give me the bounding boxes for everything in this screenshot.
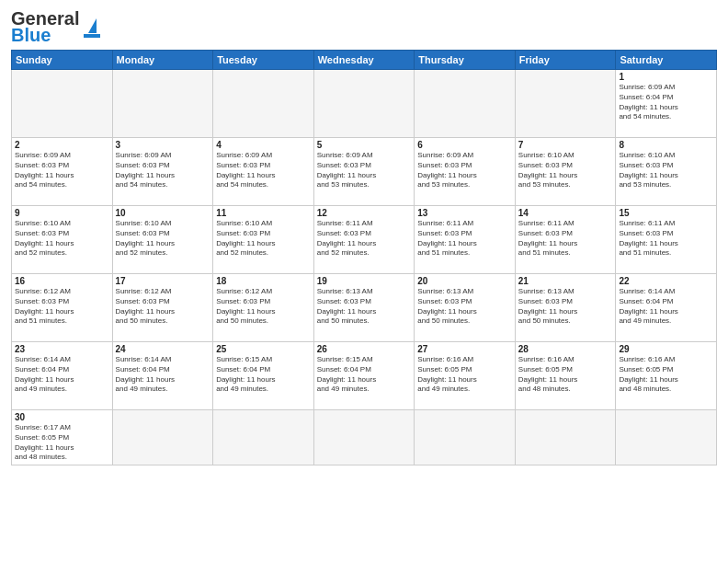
day-number: 27 [417, 344, 512, 354]
day-number: 4 [216, 140, 311, 150]
day-cell: 16Sunrise: 6:12 AM Sunset: 6:03 PM Dayli… [12, 274, 113, 342]
day-info: Sunrise: 6:15 AM Sunset: 6:04 PM Dayligh… [317, 355, 412, 395]
day-info: Sunrise: 6:10 AM Sunset: 6:03 PM Dayligh… [15, 219, 109, 259]
day-info: Sunrise: 6:17 AM Sunset: 6:05 PM Dayligh… [15, 423, 109, 463]
day-number: 21 [518, 276, 613, 286]
day-info: Sunrise: 6:09 AM Sunset: 6:03 PM Dayligh… [15, 151, 109, 190]
day-info: Sunrise: 6:10 AM Sunset: 6:03 PM Dayligh… [619, 151, 713, 190]
day-info: Sunrise: 6:09 AM Sunset: 6:04 PM Dayligh… [619, 83, 713, 122]
week-row-2: 2Sunrise: 6:09 AM Sunset: 6:03 PM Daylig… [12, 138, 717, 206]
day-cell: 7Sunrise: 6:10 AM Sunset: 6:03 PM Daylig… [515, 138, 616, 206]
week-row-4: 16Sunrise: 6:12 AM Sunset: 6:03 PM Dayli… [12, 274, 717, 342]
weekday-header-friday: Friday [515, 51, 616, 70]
day-number: 17 [116, 276, 210, 286]
day-info: Sunrise: 6:12 AM Sunset: 6:03 PM Dayligh… [15, 287, 109, 327]
day-number: 15 [619, 208, 713, 218]
day-cell [112, 410, 213, 465]
day-info: Sunrise: 6:10 AM Sunset: 6:03 PM Dayligh… [518, 151, 613, 190]
day-cell: 17Sunrise: 6:12 AM Sunset: 6:03 PM Dayli… [112, 274, 213, 342]
day-info: Sunrise: 6:11 AM Sunset: 6:03 PM Dayligh… [417, 219, 512, 259]
weekday-header-sunday: Sunday [12, 51, 113, 70]
day-info: Sunrise: 6:14 AM Sunset: 6:04 PM Dayligh… [619, 287, 713, 327]
day-cell: 9Sunrise: 6:10 AM Sunset: 6:03 PM Daylig… [12, 206, 113, 274]
day-cell: 18Sunrise: 6:12 AM Sunset: 6:03 PM Dayli… [213, 274, 314, 342]
day-number: 14 [518, 208, 613, 218]
day-cell: 24Sunrise: 6:14 AM Sunset: 6:04 PM Dayli… [112, 342, 213, 410]
day-number: 10 [116, 208, 210, 218]
day-cell: 13Sunrise: 6:11 AM Sunset: 6:03 PM Dayli… [415, 206, 516, 274]
day-number: 11 [216, 208, 311, 218]
logo-icon: General Blue [11, 9, 100, 44]
day-info: Sunrise: 6:11 AM Sunset: 6:03 PM Dayligh… [317, 219, 412, 259]
day-cell: 22Sunrise: 6:14 AM Sunset: 6:04 PM Dayli… [616, 274, 717, 342]
day-info: Sunrise: 6:13 AM Sunset: 6:03 PM Dayligh… [518, 287, 613, 327]
week-row-5: 23Sunrise: 6:14 AM Sunset: 6:04 PM Dayli… [12, 342, 717, 410]
weekday-header-wednesday: Wednesday [313, 51, 415, 70]
day-number: 5 [317, 140, 412, 150]
day-cell: 28Sunrise: 6:16 AM Sunset: 6:05 PM Dayli… [515, 342, 616, 410]
day-cell: 1Sunrise: 6:09 AM Sunset: 6:04 PM Daylig… [616, 70, 717, 138]
day-cell: 29Sunrise: 6:16 AM Sunset: 6:05 PM Dayli… [616, 342, 717, 410]
day-cell [313, 410, 415, 465]
day-cell: 27Sunrise: 6:16 AM Sunset: 6:05 PM Dayli… [415, 342, 516, 410]
week-row-1: 1Sunrise: 6:09 AM Sunset: 6:04 PM Daylig… [12, 70, 717, 138]
day-info: Sunrise: 6:11 AM Sunset: 6:03 PM Dayligh… [518, 219, 613, 259]
day-cell [12, 70, 113, 138]
day-info: Sunrise: 6:12 AM Sunset: 6:03 PM Dayligh… [216, 287, 311, 327]
day-cell [616, 410, 717, 465]
week-row-6: 30Sunrise: 6:17 AM Sunset: 6:05 PM Dayli… [12, 410, 717, 465]
day-number: 26 [317, 344, 412, 354]
day-number: 9 [15, 208, 109, 218]
day-info: Sunrise: 6:14 AM Sunset: 6:04 PM Dayligh… [15, 355, 109, 395]
day-info: Sunrise: 6:10 AM Sunset: 6:03 PM Dayligh… [116, 219, 210, 259]
day-number: 25 [216, 344, 311, 354]
day-cell: 11Sunrise: 6:10 AM Sunset: 6:03 PM Dayli… [213, 206, 314, 274]
day-number: 29 [619, 344, 713, 354]
day-number: 28 [518, 344, 613, 354]
day-number: 30 [15, 412, 109, 422]
week-row-3: 9Sunrise: 6:10 AM Sunset: 6:03 PM Daylig… [12, 206, 717, 274]
day-info: Sunrise: 6:13 AM Sunset: 6:03 PM Dayligh… [317, 287, 412, 327]
day-cell: 30Sunrise: 6:17 AM Sunset: 6:05 PM Dayli… [12, 410, 113, 465]
day-cell: 21Sunrise: 6:13 AM Sunset: 6:03 PM Dayli… [515, 274, 616, 342]
day-cell: 3Sunrise: 6:09 AM Sunset: 6:03 PM Daylig… [112, 138, 213, 206]
day-number: 19 [317, 276, 412, 286]
day-info: Sunrise: 6:14 AM Sunset: 6:04 PM Dayligh… [116, 355, 210, 395]
logo: General Blue [11, 9, 100, 44]
day-cell: 12Sunrise: 6:11 AM Sunset: 6:03 PM Dayli… [313, 206, 415, 274]
day-cell [515, 70, 616, 138]
day-cell: 5Sunrise: 6:09 AM Sunset: 6:03 PM Daylig… [313, 138, 415, 206]
day-cell: 25Sunrise: 6:15 AM Sunset: 6:04 PM Dayli… [213, 342, 314, 410]
day-number: 7 [518, 140, 613, 150]
page: General Blue SundayMondayTuesdayWednesda… [0, 0, 728, 563]
day-number: 18 [216, 276, 311, 286]
day-info: Sunrise: 6:13 AM Sunset: 6:03 PM Dayligh… [417, 287, 512, 327]
weekday-header-row: SundayMondayTuesdayWednesdayThursdayFrid… [12, 51, 717, 70]
day-number: 2 [15, 140, 109, 150]
day-cell [213, 70, 314, 138]
day-info: Sunrise: 6:11 AM Sunset: 6:03 PM Dayligh… [619, 219, 713, 259]
day-number: 16 [15, 276, 109, 286]
day-number: 13 [417, 208, 512, 218]
day-cell: 26Sunrise: 6:15 AM Sunset: 6:04 PM Dayli… [313, 342, 415, 410]
day-number: 12 [317, 208, 412, 218]
logo-blue: Blue [11, 26, 51, 44]
day-cell: 15Sunrise: 6:11 AM Sunset: 6:03 PM Dayli… [616, 206, 717, 274]
day-cell [213, 410, 314, 465]
day-info: Sunrise: 6:16 AM Sunset: 6:05 PM Dayligh… [417, 355, 512, 395]
day-info: Sunrise: 6:09 AM Sunset: 6:03 PM Dayligh… [116, 151, 210, 190]
day-cell: 23Sunrise: 6:14 AM Sunset: 6:04 PM Dayli… [12, 342, 113, 410]
day-cell [415, 410, 516, 465]
day-number: 23 [15, 344, 109, 354]
day-cell: 19Sunrise: 6:13 AM Sunset: 6:03 PM Dayli… [313, 274, 415, 342]
day-cell: 8Sunrise: 6:10 AM Sunset: 6:03 PM Daylig… [616, 138, 717, 206]
header: General Blue [11, 9, 717, 44]
weekday-header-saturday: Saturday [616, 51, 717, 70]
day-info: Sunrise: 6:09 AM Sunset: 6:03 PM Dayligh… [317, 151, 412, 190]
day-number: 6 [417, 140, 512, 150]
day-info: Sunrise: 6:10 AM Sunset: 6:03 PM Dayligh… [216, 219, 311, 259]
day-cell: 2Sunrise: 6:09 AM Sunset: 6:03 PM Daylig… [12, 138, 113, 206]
day-number: 22 [619, 276, 713, 286]
day-info: Sunrise: 6:16 AM Sunset: 6:05 PM Dayligh… [518, 355, 613, 395]
weekday-header-monday: Monday [112, 51, 213, 70]
